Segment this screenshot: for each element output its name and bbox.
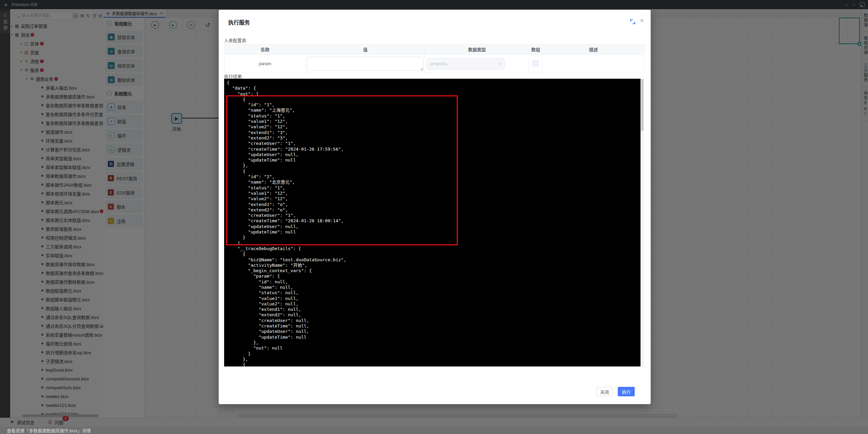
terminal-line: "extend1": "3", (227, 130, 640, 135)
terminal-line: "extend2": "3", (227, 135, 640, 141)
terminal-line: "id": "1", (227, 102, 640, 108)
terminal-line: }, (227, 357, 640, 362)
terminal-line: { (227, 169, 640, 174)
datatype-select-value: projectLj (431, 61, 447, 66)
terminal-line: "value1": null, (227, 296, 640, 301)
terminal-line: "value1": "12", (227, 191, 640, 196)
dialog-title: 执行服务 (228, 18, 250, 26)
terminal-line: "extend1": "o", (227, 202, 640, 207)
terminal-line: "status": "1", (227, 185, 640, 191)
col-header-value: 值 (306, 44, 425, 54)
terminal-line: "status": "1", (227, 113, 640, 119)
terminal-output: { "data": { "out": [ { "id": "1", "name"… (224, 79, 640, 366)
terminal-line: "activityName": "开始", (227, 263, 640, 268)
close-icon[interactable]: ✕ (640, 18, 644, 23)
terminal-line: "createTime": "2024-01-26 18:00:14", (227, 218, 640, 224)
param-value-input[interactable] (307, 57, 423, 71)
terminal-line: } (227, 235, 640, 240)
param-type-cell: projectLj ∨ (425, 55, 529, 73)
col-header-array: 数组 (529, 44, 543, 54)
param-row: param projectLj ∨ (224, 55, 644, 73)
result-terminal-wrap: { "data": { "out": [ { "id": "1", "name"… (224, 79, 644, 366)
terminal-line: "createTime": null, (227, 323, 640, 329)
terminal-line: { (227, 362, 640, 366)
terminal-line: ], (227, 241, 640, 246)
terminal-line: "out": [ (227, 91, 640, 97)
terminal-line: "updateUser": null, (227, 224, 640, 229)
terminal-line: "id": null, (227, 279, 640, 285)
terminal-line: "updateTime": null (227, 157, 640, 163)
terminal-line: "updateTime": null (227, 335, 640, 340)
terminal-line: "value2": "12", (227, 124, 640, 130)
terminal-line: "name": null, (227, 285, 640, 290)
params-table: 名称 值 数据类型 数组 描述 param projectLj ∨ (224, 44, 645, 73)
col-header-name: 名称 (224, 44, 306, 54)
terminal-line: "value2": "12", (227, 196, 640, 202)
close-button[interactable]: 关闭 (597, 387, 612, 396)
datatype-select[interactable]: projectLj ∨ (427, 58, 505, 70)
status-bar: 查看资源「多数据源数据库操作.bizx」详情 (0, 427, 868, 434)
terminal-line: "value2": null, (227, 301, 640, 307)
terminal-line: "bizQName": "test.duoDataSource.biz", (227, 257, 640, 263)
terminal-line: "updateUser": null, (227, 329, 640, 334)
terminal-line: { (227, 251, 640, 257)
terminal-line: "createUser": "1", (227, 141, 640, 146)
col-header-description: 描述 (542, 44, 644, 54)
terminal-line: }, (227, 163, 640, 168)
terminal-line: "extend2": null, (227, 312, 640, 318)
terminal-line: }, (227, 340, 640, 345)
param-array-cell (529, 55, 543, 73)
params-table-label: 入参配置表: (224, 37, 248, 43)
terminal-line: "param": { (227, 273, 640, 279)
result-terminal[interactable]: { "data": { "out": [ { "id": "1", "name"… (224, 79, 640, 366)
param-value-cell (306, 55, 425, 73)
fullscreen-icon[interactable] (630, 19, 635, 24)
terminal-line: "value1": "12", (227, 119, 640, 124)
terminal-line: { (227, 80, 640, 86)
terminal-line: "createTime": "2024-01-26 17:59:56", (227, 147, 640, 152)
terminal-line: } (227, 351, 640, 357)
status-bar-text: 查看资源「多数据源数据库操作.bizx」详情 (7, 427, 91, 434)
terminal-line: "updateTime": null (227, 229, 640, 235)
terminal-scrollbar (640, 79, 644, 366)
terminal-line: { (227, 97, 640, 102)
terminal-line: "updateUser": null, (227, 152, 640, 157)
terminal-line: "extend2": "o", (227, 207, 640, 213)
terminal-line: "name": "北京普元", (227, 180, 640, 185)
col-header-datatype: 数据类型 (425, 44, 529, 54)
chevron-down-icon: ∨ (498, 61, 501, 66)
terminal-line: "createUser": "1", (227, 213, 640, 218)
terminal-line: "__traceDebugDetails": [ (227, 246, 640, 251)
array-checkbox[interactable] (533, 61, 539, 67)
execute-button[interactable]: 执行 (618, 387, 635, 396)
terminal-line: "_begin_context_vars": { (227, 268, 640, 273)
terminal-line: "createUser": null, (227, 318, 640, 323)
terminal-line: "data": { (227, 86, 640, 91)
execute-service-dialog: 执行服务 ✕ 入参配置表: 名称 值 数据类型 数组 描述 param proj… (219, 10, 651, 404)
terminal-line: "id": "2", (227, 174, 640, 180)
params-table-header: 名称 值 数据类型 数组 描述 (224, 44, 644, 55)
param-name-cell: param (224, 55, 306, 73)
terminal-scrollbar-thumb[interactable] (641, 79, 644, 131)
terminal-line: "name": "上海普元", (227, 108, 640, 113)
terminal-line: "out": null (227, 345, 640, 351)
param-description-cell (542, 55, 644, 73)
terminal-line: "status": null, (227, 290, 640, 296)
terminal-line: "extend1": null, (227, 307, 640, 312)
application-window: ◆ Primeton-IDE ‹ › ☰ 资源 AI ⊞ ↻ ☰ ⧉ (0, 0, 868, 434)
